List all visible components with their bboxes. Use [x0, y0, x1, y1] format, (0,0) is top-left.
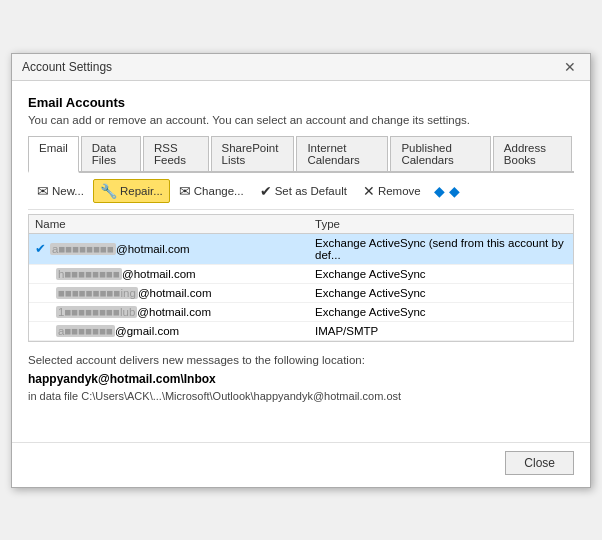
set-default-button[interactable]: ✔ Set as Default	[253, 179, 354, 203]
section-title: Email Accounts	[28, 95, 574, 110]
header-section: Email Accounts You can add or remove an …	[12, 81, 590, 342]
type-cell: Exchange ActiveSync	[315, 287, 567, 299]
move-up-icon[interactable]: ◆	[434, 183, 445, 199]
new-button[interactable]: ✉ New...	[30, 179, 91, 203]
dialog-title: Account Settings	[22, 60, 112, 74]
type-cell: Exchange ActiveSync	[315, 306, 567, 318]
tab-internet-calendars[interactable]: Internet Calendars	[296, 136, 388, 171]
accounts-toolbar: ✉ New... 🔧 Repair... ✉ Change... ✔ Set a…	[28, 173, 574, 210]
tab-rss-feeds[interactable]: RSS Feeds	[143, 136, 208, 171]
email-text: 1■■■■■■■■lub@hotmail.com	[56, 306, 211, 318]
table-row[interactable]: ■■■■■■■■■ing@hotmail.com Exchange Active…	[29, 284, 573, 303]
table-row[interactable]: ✔ a■■■■■■■■@hotmail.com Exchange ActiveS…	[29, 234, 573, 265]
type-cell: Exchange ActiveSync (send from this acco…	[315, 237, 567, 261]
table-row[interactable]: 1■■■■■■■■lub@hotmail.com Exchange Active…	[29, 303, 573, 322]
new-icon: ✉	[37, 183, 49, 199]
table-row[interactable]: a■■■■■■■@gmail.com IMAP/SMTP	[29, 322, 573, 341]
repair-button[interactable]: 🔧 Repair...	[93, 179, 170, 203]
repair-icon: 🔧	[100, 183, 117, 199]
check-icon: ✔	[35, 241, 46, 256]
tab-email[interactable]: Email	[28, 136, 79, 173]
row-name-cell: ✔ a■■■■■■■■@hotmail.com	[35, 241, 315, 256]
section-description: You can add or remove an account. You ca…	[28, 114, 574, 126]
change-icon: ✉	[179, 183, 191, 199]
table-row[interactable]: h■■■■■■■■@hotmail.com Exchange ActiveSyn…	[29, 265, 573, 284]
new-label: New...	[52, 185, 84, 197]
bottom-section: Selected account delivers new messages t…	[12, 342, 590, 442]
row-name-cell: a■■■■■■■@gmail.com	[35, 325, 315, 337]
col-type-header: Type	[315, 218, 567, 230]
accounts-table: Name Type ✔ a■■■■■■■■@hotmail.com Exchan…	[28, 214, 574, 342]
bottom-info-text: Selected account delivers new messages t…	[28, 354, 574, 366]
change-button[interactable]: ✉ Change...	[172, 179, 251, 203]
type-cell: Exchange ActiveSync	[315, 268, 567, 280]
table-header: Name Type	[29, 215, 573, 234]
remove-icon: ✕	[363, 183, 375, 199]
tab-address-books[interactable]: Address Books	[493, 136, 572, 171]
set-default-label: Set as Default	[275, 185, 347, 197]
repair-label: Repair...	[120, 185, 163, 197]
row-name-cell: h■■■■■■■■@hotmail.com	[35, 268, 315, 280]
title-bar: Account Settings ✕	[12, 54, 590, 81]
type-cell: IMAP/SMTP	[315, 325, 567, 337]
col-name-header: Name	[35, 218, 315, 230]
change-label: Change...	[194, 185, 244, 197]
bottom-email: happyandyk@hotmail.com\Inbox	[28, 372, 574, 386]
email-text: a■■■■■■■@gmail.com	[56, 325, 179, 337]
tab-data-files[interactable]: Data Files	[81, 136, 141, 171]
remove-label: Remove	[378, 185, 421, 197]
set-default-icon: ✔	[260, 183, 272, 199]
tab-published-calendars[interactable]: Published Calendars	[390, 136, 490, 171]
bottom-path: in data file C:\Users\ACK\...\Microsoft\…	[28, 390, 574, 402]
tab-bar: Email Data Files RSS Feeds SharePoint Li…	[28, 136, 574, 173]
row-name-cell: ■■■■■■■■■ing@hotmail.com	[35, 287, 315, 299]
close-button[interactable]: Close	[505, 451, 574, 475]
email-text: a■■■■■■■■@hotmail.com	[50, 243, 190, 255]
tab-sharepoint-lists[interactable]: SharePoint Lists	[211, 136, 295, 171]
row-name-cell: 1■■■■■■■■lub@hotmail.com	[35, 306, 315, 318]
dialog-close-button[interactable]: ✕	[560, 60, 580, 74]
account-settings-dialog: Account Settings ✕ Email Accounts You ca…	[11, 53, 591, 488]
email-text: ■■■■■■■■■ing@hotmail.com	[56, 287, 212, 299]
dialog-footer: Close	[12, 442, 590, 487]
email-text: h■■■■■■■■@hotmail.com	[56, 268, 196, 280]
remove-button[interactable]: ✕ Remove	[356, 179, 428, 203]
move-down-icon[interactable]: ◆	[449, 183, 460, 199]
